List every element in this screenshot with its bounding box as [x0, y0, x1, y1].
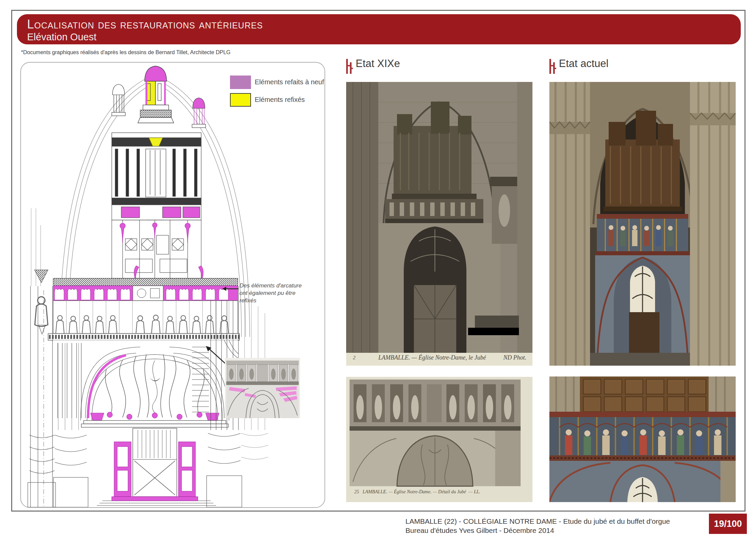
inset-detail-photo: [225, 358, 300, 418]
legend-swatch-elements-refixes: [230, 93, 251, 107]
postcard-index: 2: [353, 355, 356, 361]
section-marker-icon: [345, 58, 353, 74]
annotation-arrow: [222, 286, 239, 292]
legend-label-elements-refaits: Eléments refaits à neuf: [255, 78, 324, 86]
heading-etat-xixe: Etat XIXe: [356, 58, 400, 70]
photo-actuel-jube: [549, 82, 736, 366]
postcard-index: 25: [354, 489, 359, 494]
photo-xixe-detail: 25 LAMBALLE. — Église Notre-Dame. — Déta…: [346, 377, 532, 502]
credit-note: *Documents graphiques réalisés d'après l…: [21, 49, 230, 56]
postcard-title: LAMBALLE. — Église Notre-Dame, le Jubé: [378, 354, 486, 361]
photo-actuel-detail: [549, 376, 736, 502]
photo-xixe-jube: 2 LAMBALLE. — Église Notre-Dame, le Jubé…: [346, 82, 532, 366]
section-marker-icon: [549, 58, 556, 74]
heading-etat-actuel: Etat actuel: [559, 58, 608, 70]
postcard-caption: 2 LAMBALLE. — Église Notre-Dame, le Jubé…: [346, 353, 532, 364]
title-banner: Localisation des restaurations antérieur…: [17, 14, 741, 44]
postcard-caption: 25 LAMBALLE. — Église Notre-Dame. — Déta…: [354, 489, 480, 495]
arcature-annotation: Des éléments d'arcature ont également pu…: [239, 282, 302, 304]
postcard-credit: ND Phot.: [503, 354, 526, 361]
elevation-drawing-panel: Eléments refaits à neuf Eléments refixés…: [20, 62, 325, 508]
page-title: Localisation des restaurations antérieur…: [27, 18, 741, 31]
postcard-title: LAMBALLE. — Église Notre-Dame. — Détail …: [363, 489, 466, 494]
postcard-credit: — LL.: [468, 489, 480, 494]
footer-line2: Bureau d'études Yves Gilbert - Décembre …: [405, 526, 670, 535]
legend-swatch-elements-refaits: [230, 76, 251, 89]
footer-line1: LAMBALLE (22) - COLLÉGIALE NOTRE DAME - …: [405, 517, 670, 526]
page-subtitle: Elévation Ouest: [27, 31, 741, 43]
footer: LAMBALLE (22) - COLLÉGIALE NOTRE DAME - …: [405, 517, 670, 535]
page-number-badge: 19/100: [709, 514, 747, 534]
report-page: Localisation des restaurations antérieur…: [0, 0, 756, 539]
legend-label-elements-refixes: Eléments refixés: [255, 96, 305, 104]
